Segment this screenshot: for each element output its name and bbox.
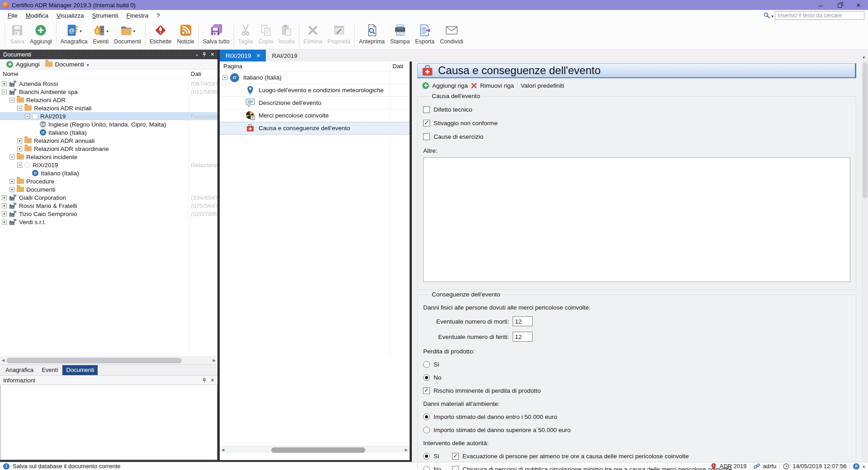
scope-dropdown-icon[interactable] [87, 61, 89, 68]
toolbar-grip[interactable] [4, 24, 5, 46]
restore-button[interactable] [830, 0, 849, 10]
autorita-si-radio[interactable] [423, 453, 430, 460]
tree-row-gialli[interactable]: Gialli Corporation(334/6587 [0, 193, 217, 202]
panel-close-icon[interactable] [211, 51, 214, 58]
right-vertical-scrollbar[interactable] [862, 61, 868, 462]
cause-esercizio-checkbox[interactable] [423, 133, 430, 140]
anteprima-button[interactable]: Anteprima [356, 21, 387, 49]
tree-row-relazioni-adr[interactable]: Relazioni ADR [0, 96, 217, 104]
notizie-button[interactable]: Notizie [175, 21, 197, 49]
tree-row-relazioni-adr-iniziali[interactable]: Relazioni ADR iniziali [0, 104, 217, 112]
tree-row-relazioni-incidente[interactable]: Relazioni incidente [0, 153, 217, 161]
collapse-icon[interactable] [222, 75, 227, 80]
documenti-button[interactable]: Documenti [111, 21, 144, 49]
tree-row-verdi[interactable]: Verdi s.r.l. [0, 218, 217, 226]
altre-textarea[interactable] [423, 157, 850, 282]
minimize-button[interactable] [811, 0, 830, 10]
tree-row-rai-2019[interactable]: RAI/2019Relazione [0, 112, 217, 120]
expand-icon[interactable] [17, 146, 22, 151]
tree-row-relazioni-adr-annuali[interactable]: Relazioni ADR annuali [0, 136, 217, 145]
save-button[interactable]: Salva [7, 21, 27, 49]
tree-row-rossi-mario[interactable]: Rossi Mario & Fratelli(075/5647 [0, 202, 217, 210]
scrollbar-thumb[interactable] [271, 447, 365, 453]
tab-eventi[interactable]: Eventi [38, 365, 61, 375]
expand-icon[interactable] [17, 138, 22, 143]
documenti-dropdown-icon[interactable] [133, 27, 136, 34]
pin-icon[interactable] [202, 378, 207, 383]
stivaggio-checkbox[interactable] [423, 120, 430, 127]
tree-row-rix-2019[interactable]: RIX/2019Relazione [0, 161, 217, 169]
tab-rix-2019[interactable]: RIX/2019 [220, 50, 266, 61]
search-dropdown-icon[interactable] [771, 12, 774, 19]
page-row-causa[interactable]: Causa e conseguenze dell'evento [220, 122, 410, 135]
column-pagina[interactable]: Pagina [220, 63, 242, 70]
collapse-icon[interactable] [25, 114, 30, 119]
collapse-icon[interactable] [17, 163, 22, 168]
collapse-icon[interactable] [2, 89, 7, 94]
scrollbar-thumb[interactable] [6, 358, 182, 363]
tree-row-italiano-rai[interactable]: ITItaliano (Italia) [0, 128, 217, 136]
menu-help[interactable]: ? [152, 11, 164, 20]
column-dati[interactable]: Dati [191, 70, 201, 77]
remove-row-button[interactable]: Rimuovi riga [480, 82, 514, 89]
perdita-si-radio[interactable] [423, 361, 430, 368]
incolla-button[interactable]: Incolla [276, 21, 297, 49]
menu-strumenti[interactable]: Strumenti [88, 11, 123, 20]
tree-row-bianchi[interactable]: Bianchi Ambiente spa(011/5699 [0, 88, 217, 96]
menu-modifica[interactable]: Modifica [22, 11, 52, 20]
scroll-right-icon[interactable] [405, 448, 408, 452]
expand-icon[interactable] [2, 195, 7, 200]
tree-row-azienda-rossi[interactable]: Azienda Rossi(067/4597 [0, 80, 217, 88]
eventi-button[interactable]: Eventi [90, 21, 111, 49]
elimina-button[interactable]: Elimina [301, 21, 325, 49]
scroll-left-icon[interactable] [2, 358, 5, 363]
importo-entro-radio[interactable] [423, 414, 430, 420]
perdita-no-radio[interactable] [423, 374, 430, 381]
scrollbar-thumb[interactable] [863, 62, 868, 198]
tree-row-relazioni-adr-straordinarie[interactable]: Relazioni ADR straordinarie [0, 145, 217, 153]
page-row-italiano[interactable]: IT Italiano (Italia) [220, 71, 410, 84]
collapse-icon[interactable] [9, 98, 14, 103]
collapse-icon[interactable] [17, 106, 22, 111]
expand-icon[interactable] [2, 203, 7, 208]
add-document-button[interactable]: Aggiungi [16, 61, 40, 68]
page-row-luogo[interactable]: Luogo dell'evento e condizioni meteorolo… [220, 84, 410, 97]
anagrafica-dropdown-icon[interactable] [80, 27, 82, 34]
close-button[interactable] [849, 0, 868, 10]
expand-icon[interactable] [9, 179, 14, 184]
documents-scope-button[interactable]: Documenti [55, 61, 85, 68]
expand-icon[interactable] [2, 212, 7, 216]
search-input[interactable] [775, 11, 864, 20]
chiusura-checkbox[interactable] [452, 466, 459, 470]
collapse-icon[interactable] [9, 155, 14, 160]
morti-input[interactable] [513, 316, 533, 326]
page-row-descrizione[interactable]: Descrizione dell'evento [220, 97, 410, 109]
eventi-dropdown-icon[interactable] [107, 27, 109, 34]
taglia-button[interactable]: Taglia [236, 21, 256, 49]
panel-close-icon[interactable] [211, 377, 214, 384]
add-row-button[interactable]: Aggiungi riga [432, 82, 468, 89]
tree-row-inglese[interactable]: ENInglese (Regno Unito, Irlanda, Cipro, … [0, 120, 217, 128]
add-button[interactable]: Aggiungi [27, 21, 55, 49]
language-dropdown-icon[interactable] [863, 463, 865, 470]
expand-icon[interactable] [2, 220, 7, 225]
autorita-no-radio[interactable] [423, 466, 430, 470]
menu-visualizza[interactable]: Visualizza [52, 11, 88, 20]
tree-row-italiano-rix[interactable]: ITItaliano (Italia) [0, 169, 217, 177]
copia-button[interactable]: Copia [256, 21, 276, 49]
menu-finestra[interactable]: Finestra [122, 11, 152, 20]
column-dati[interactable]: Dati [392, 63, 403, 70]
evacuazione-checkbox[interactable] [452, 453, 459, 460]
expand-icon[interactable] [2, 81, 7, 86]
column-nome[interactable]: Nome [0, 70, 19, 77]
default-values-button[interactable]: Valori predefiniti [521, 82, 564, 89]
tree-row-documenti[interactable]: Documenti [0, 185, 217, 193]
tab-list-dropdown-icon[interactable] [863, 53, 865, 60]
menu-file[interactable]: File [4, 11, 22, 20]
difetto-tecnico-checkbox[interactable] [423, 106, 430, 113]
scroll-right-icon[interactable] [213, 358, 216, 363]
tree-row-procedure[interactable]: Procedure [0, 177, 217, 185]
feriti-input[interactable] [513, 332, 533, 342]
pin-icon[interactable] [202, 52, 207, 57]
scroll-left-icon[interactable] [222, 448, 224, 452]
